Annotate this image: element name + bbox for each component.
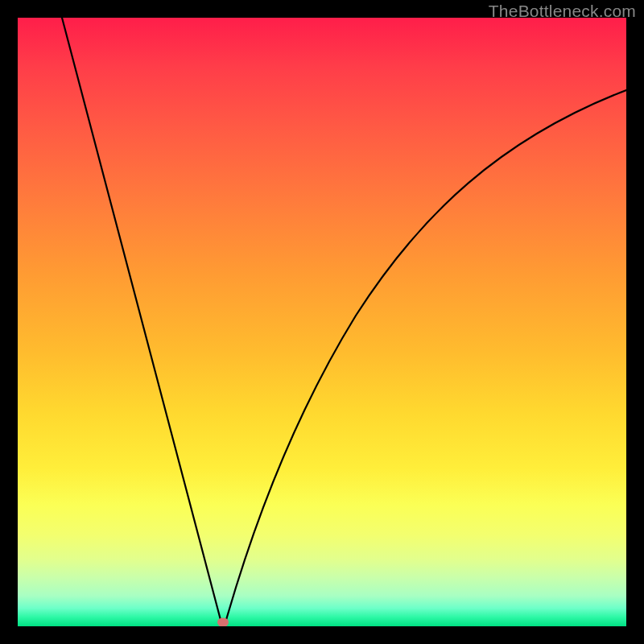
plot-area xyxy=(18,18,626,626)
watermark-text: TheBottleneck.com xyxy=(489,2,636,21)
chart-frame: TheBottleneck.com xyxy=(0,0,644,644)
optimal-point-marker xyxy=(217,618,229,627)
bottleneck-curve xyxy=(18,18,626,626)
